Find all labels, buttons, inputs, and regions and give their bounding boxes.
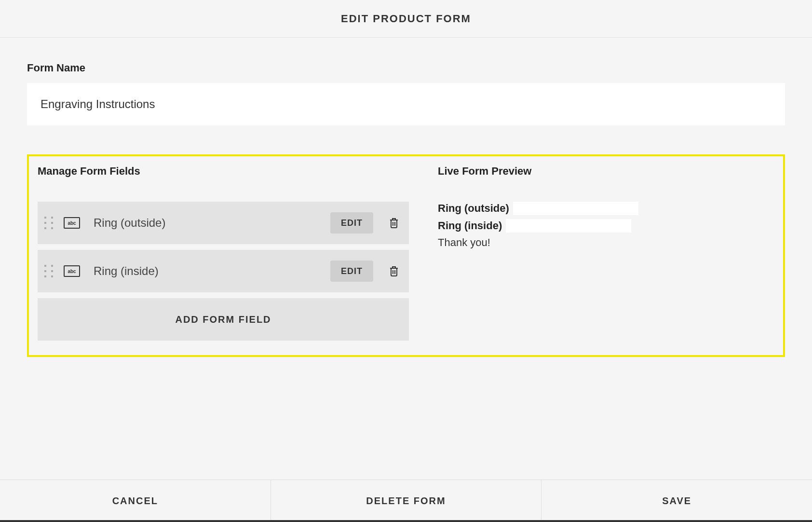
preview-field-row: Ring (inside) bbox=[438, 219, 774, 233]
drag-handle-icon[interactable] bbox=[44, 217, 53, 229]
manage-fields-title: Manage Form Fields bbox=[38, 165, 409, 178]
preview-thankyou-text: Thank you! bbox=[438, 236, 774, 249]
trash-icon bbox=[389, 265, 399, 277]
dialog-footer: CANCEL DELETE FORM SAVE bbox=[0, 480, 812, 522]
preview-field-value bbox=[513, 202, 638, 215]
text-field-type-icon: abc bbox=[64, 217, 80, 229]
add-form-field-button[interactable]: ADD FORM FIELD bbox=[38, 298, 409, 341]
live-preview-title: Live Form Preview bbox=[438, 165, 774, 178]
preview-field-row: Ring (outside) bbox=[438, 202, 774, 215]
manage-fields-column: Manage Form Fields abc Ring (outside) ED… bbox=[38, 165, 409, 341]
form-field-row: abc Ring (inside) EDIT bbox=[38, 250, 409, 292]
form-field-label: Ring (outside) bbox=[94, 216, 330, 230]
trash-icon bbox=[389, 217, 399, 229]
dialog-content: Form Name Manage Form Fields abc Ring (o… bbox=[0, 38, 812, 357]
preview-field-value bbox=[506, 219, 631, 233]
cancel-button[interactable]: CANCEL bbox=[0, 480, 271, 522]
form-name-label: Form Name bbox=[27, 62, 785, 74]
save-button[interactable]: SAVE bbox=[541, 480, 812, 522]
bottom-edge bbox=[0, 520, 812, 522]
form-name-input[interactable] bbox=[27, 83, 785, 125]
text-field-type-icon: abc bbox=[64, 265, 80, 277]
delete-field-button[interactable] bbox=[388, 216, 400, 230]
live-preview-column: Live Form Preview Ring (outside) Ring (i… bbox=[438, 165, 774, 341]
delete-field-button[interactable] bbox=[388, 264, 400, 278]
dialog-header: EDIT PRODUCT FORM bbox=[0, 0, 812, 38]
preview-field-label: Ring (inside) bbox=[438, 220, 502, 232]
edit-field-button[interactable]: EDIT bbox=[330, 212, 373, 234]
drag-handle-icon[interactable] bbox=[44, 265, 53, 277]
form-field-row: abc Ring (outside) EDIT bbox=[38, 202, 409, 244]
form-field-label: Ring (inside) bbox=[94, 264, 330, 278]
edit-field-button[interactable]: EDIT bbox=[330, 261, 373, 282]
preview-field-label: Ring (outside) bbox=[438, 202, 509, 215]
delete-form-button[interactable]: DELETE FORM bbox=[271, 480, 542, 522]
fields-and-preview-section: Manage Form Fields abc Ring (outside) ED… bbox=[27, 154, 785, 357]
dialog-title: EDIT PRODUCT FORM bbox=[341, 13, 471, 25]
